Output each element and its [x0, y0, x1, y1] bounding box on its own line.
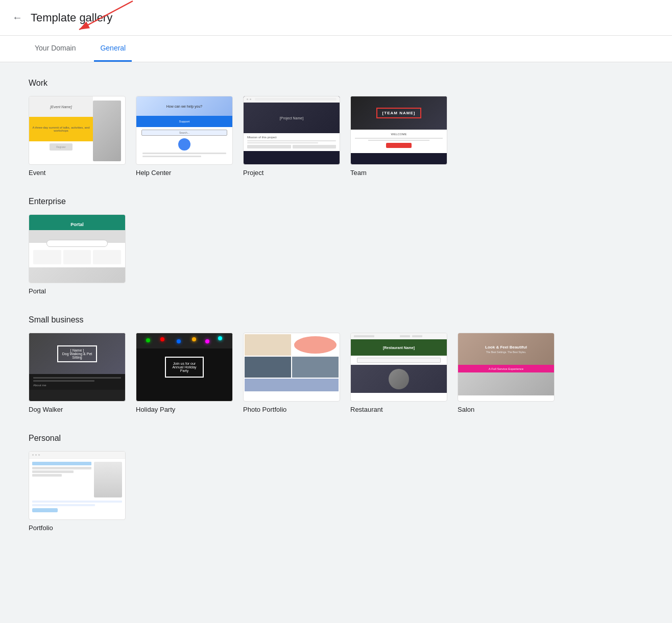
section-title-personal: Personal: [29, 434, 643, 443]
template-card-dog-walker[interactable]: [ Name ] Dog Walking & Pet Sitting About…: [29, 333, 126, 413]
template-grid-small-business: [ Name ] Dog Walking & Pet Sitting About…: [29, 333, 643, 413]
thumbnail-portfolio: [29, 451, 126, 520]
tab-general[interactable]: General: [94, 36, 132, 62]
template-card-portal[interactable]: Portal Portal: [29, 214, 126, 295]
template-label-portfolio: Portfolio: [29, 524, 126, 532]
section-work: Work [Event Name] A three-day summit of …: [29, 79, 643, 177]
section-title-small-business: Small business: [29, 315, 643, 325]
template-card-restaurant[interactable]: [Restaurant Name] Restaurant: [350, 333, 447, 413]
template-label-portal: Portal: [29, 287, 126, 295]
thumbnail-salon: Look & Feel Beautiful The Best Settings.…: [458, 333, 555, 402]
template-grid-enterprise: Portal Portal: [29, 214, 643, 295]
thumbnail-portal: Portal: [29, 214, 126, 283]
thumbnail-help-center: How can we help you? Support Search...: [136, 96, 233, 165]
template-label-team: Team: [350, 169, 447, 177]
section-title-work: Work: [29, 79, 643, 88]
section-personal: Personal: [29, 434, 643, 532]
header: ← Template gallery: [0, 0, 672, 36]
back-button[interactable]: ←: [12, 12, 22, 23]
template-label-salon: Salon: [458, 406, 555, 413]
thumbnail-event: [Event Name] A three-day summit of talks…: [29, 96, 126, 165]
template-label-photo-portfolio: Photo Portfolio: [243, 406, 340, 413]
template-card-salon[interactable]: Look & Feel Beautiful The Best Settings.…: [458, 333, 555, 413]
template-card-photo-portfolio[interactable]: Photo Portfolio: [243, 333, 340, 413]
template-card-holiday-party[interactable]: Join us for our Annual Holiday Party Hol…: [136, 333, 233, 413]
template-label-help-center: Help Center: [136, 169, 233, 177]
main-content: Work [Event Name] A three-day summit of …: [0, 62, 672, 568]
thumbnail-restaurant: [Restaurant Name]: [350, 333, 447, 402]
template-label-dog-walker: Dog Walker: [29, 406, 126, 413]
thumbnail-holiday-party: Join us for our Annual Holiday Party: [136, 333, 233, 402]
template-label-holiday-party: Holiday Party: [136, 406, 233, 413]
thumbnail-photo-portfolio: [243, 333, 340, 402]
template-card-project[interactable]: [Project Name] Mission of this project P…: [243, 96, 340, 177]
template-card-help-center[interactable]: How can we help you? Support Search...: [136, 96, 233, 177]
section-enterprise: Enterprise Portal Portal: [29, 197, 643, 295]
template-label-restaurant: Restaurant: [350, 406, 447, 413]
template-card-event[interactable]: [Event Name] A three-day summit of talks…: [29, 96, 126, 177]
thumbnail-team: [TEAM NAME] WELCOME: [350, 96, 447, 165]
template-card-portfolio[interactable]: Portfolio: [29, 451, 126, 532]
template-card-team[interactable]: [TEAM NAME] WELCOME Team: [350, 96, 447, 177]
tabs-bar: Your Domain General: [0, 36, 672, 62]
template-grid-work: [Event Name] A three-day summit of talks…: [29, 96, 643, 177]
template-label-event: Event: [29, 169, 126, 177]
section-small-business: Small business [ Name ] Dog Walking & Pe…: [29, 315, 643, 413]
thumbnail-project: [Project Name] Mission of this project: [243, 96, 340, 165]
template-label-project: Project: [243, 169, 340, 177]
thumbnail-dog-walker: [ Name ] Dog Walking & Pet Sitting About…: [29, 333, 126, 402]
page-title: Template gallery: [31, 11, 112, 24]
section-title-enterprise: Enterprise: [29, 197, 643, 206]
tab-your-domain[interactable]: Your Domain: [29, 36, 82, 62]
template-grid-personal: Portfolio: [29, 451, 643, 532]
